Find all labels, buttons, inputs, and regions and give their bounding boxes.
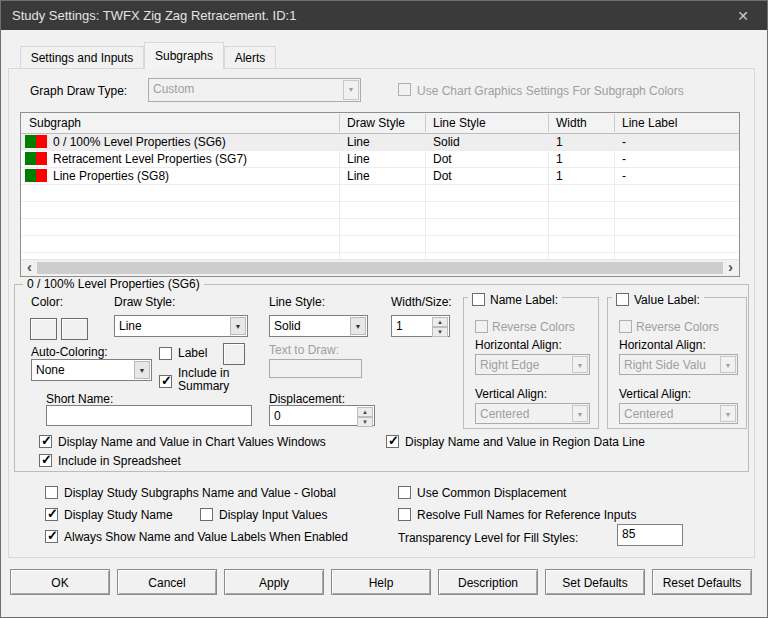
width-size-stepper[interactable]: 1 ▲▼ <box>391 315 450 337</box>
down-color-swatch-button[interactable] <box>61 318 88 340</box>
chevron-down-icon[interactable]: ▼ <box>230 317 246 335</box>
sg6-properties-group: 0 / 100% Level Properties (SG6) Color: D… <box>14 284 749 472</box>
table-row[interactable]: Retracement Level Properties (SG7)LineDo… <box>21 151 739 168</box>
cell: Retracement Level Properties (SG7) <box>53 152 247 166</box>
chevron-down-icon[interactable]: ▼ <box>134 361 150 379</box>
display-chart-values-label: Display Name and Value in Chart Values W… <box>58 435 326 449</box>
value-reverse-colors-label: Reverse Colors <box>636 320 719 334</box>
name-label-checkbox[interactable] <box>472 293 485 306</box>
cell: Line Properties (SG8) <box>53 169 169 183</box>
cell: 1 <box>556 152 563 166</box>
apply-button[interactable]: Apply <box>224 569 324 595</box>
value-reverse-colors-checkbox <box>619 320 632 333</box>
always-show-labels-checkbox[interactable] <box>45 530 58 543</box>
include-in-spreadsheet-label: Include in Spreadsheet <box>58 454 181 468</box>
cell: 1 <box>556 169 563 183</box>
spin-down-icon[interactable]: ▼ <box>432 327 448 337</box>
display-study-name-checkbox[interactable] <box>45 508 58 521</box>
column-header-draw-style[interactable]: Draw Style <box>347 116 405 130</box>
text-to-draw-input <box>269 359 362 378</box>
transparency-label: Transparency Level for Fill Styles: <box>398 531 578 545</box>
spin-up-icon[interactable]: ▲ <box>357 407 373 417</box>
color-label: Color: <box>31 295 63 309</box>
chevron-down-icon: ▼ <box>720 356 736 373</box>
displacement-stepper[interactable]: 0 ▲▼ <box>269 405 375 426</box>
study-settings-dialog: Study Settings: TWFX Zig Zag Retracement… <box>0 0 768 618</box>
spin-up-icon[interactable]: ▲ <box>432 317 448 327</box>
scroll-right-icon[interactable]: › <box>723 260 738 276</box>
chevron-down-icon: ▼ <box>343 80 359 100</box>
width-size-label: Width/Size: <box>391 295 452 309</box>
cell: - <box>622 169 626 183</box>
include-in-spreadsheet-checkbox[interactable] <box>39 454 52 467</box>
cell: Line <box>347 135 370 149</box>
subgraph-table-rows: 0 / 100% Level Properties (SG6)LineSolid… <box>21 134 739 259</box>
use-common-displacement-checkbox[interactable] <box>398 486 411 499</box>
table-row[interactable]: 0 / 100% Level Properties (SG6)LineSolid… <box>21 134 739 151</box>
column-divider <box>339 114 340 132</box>
scroll-left-icon[interactable]: ‹ <box>22 260 37 276</box>
tab-subgraphs[interactable]: Subgraphs <box>144 42 224 69</box>
table-row-empty <box>21 219 739 236</box>
line-style-select[interactable]: Solid ▼ <box>269 315 368 337</box>
display-subgraphs-global-label: Display Study Subgraphs Name and Value -… <box>64 486 336 500</box>
scrollbar-thumb[interactable] <box>37 262 723 274</box>
name-horizontal-align-label: Horizontal Align: <box>475 338 562 352</box>
set-defaults-button[interactable]: Set Defaults <box>545 569 645 595</box>
close-icon[interactable]: ✕ <box>731 6 755 26</box>
name-label-group: Name Label: Reverse Colors Horizontal Al… <box>463 297 599 429</box>
resolve-full-names-label: Resolve Full Names for Reference Inputs <box>417 508 636 522</box>
line-style-label: Line Style: <box>269 295 325 309</box>
table-row[interactable]: Line Properties (SG8)LineDot1- <box>21 168 739 185</box>
label-checkbox[interactable] <box>159 347 172 360</box>
column-header-width[interactable]: Width <box>556 116 587 130</box>
spin-down-icon[interactable]: ▼ <box>357 417 373 427</box>
tab-alerts[interactable]: Alerts <box>224 46 276 69</box>
column-header-line-style[interactable]: Line Style <box>433 116 486 130</box>
description-button[interactable]: Description <box>438 569 538 595</box>
short-name-label: Short Name: <box>46 392 113 406</box>
up-color-swatch-button[interactable] <box>30 318 57 340</box>
auto-coloring-label: Auto-Coloring: <box>31 345 108 359</box>
display-subgraphs-global-checkbox[interactable] <box>45 486 58 499</box>
short-name-input[interactable] <box>46 405 252 426</box>
subgraph-table-header: Subgraph Draw Style Line Style Width Lin… <box>21 113 739 134</box>
table-row-empty <box>21 185 739 202</box>
subgraph-color-swatch <box>25 169 47 182</box>
use-chart-graphics-label: Use Chart Graphics Settings For Subgraph… <box>417 84 684 98</box>
display-region-data-checkbox[interactable] <box>386 435 399 448</box>
subgraph-table: Subgraph Draw Style Line Style Width Lin… <box>20 112 740 277</box>
title-bar: Study Settings: TWFX Zig Zag Retracement… <box>1 1 767 30</box>
reset-defaults-button[interactable]: Reset Defaults <box>652 569 752 595</box>
value-label-checkbox[interactable] <box>616 293 629 306</box>
name-vertical-align-label: Vertical Align: <box>475 387 547 401</box>
cell: Line <box>347 169 370 183</box>
cell: - <box>622 135 626 149</box>
sg6-group-legend: 0 / 100% Level Properties (SG6) <box>23 277 204 291</box>
horizontal-scrollbar[interactable]: ‹ › <box>21 259 739 276</box>
label-color-swatch-button[interactable] <box>223 343 245 365</box>
draw-style-select[interactable]: Line ▼ <box>114 315 248 337</box>
draw-style-label: Draw Style: <box>114 295 175 309</box>
graph-draw-type-select: Custom ▼ <box>148 78 361 102</box>
help-button[interactable]: Help <box>331 569 431 595</box>
tab-settings-and-inputs[interactable]: Settings and Inputs <box>20 46 144 69</box>
transparency-input[interactable]: 85 <box>617 524 683 546</box>
display-chart-values-checkbox[interactable] <box>39 435 52 448</box>
display-input-values-checkbox[interactable] <box>200 508 213 521</box>
column-header-subgraph[interactable]: Subgraph <box>29 116 81 130</box>
resolve-full-names-checkbox[interactable] <box>398 508 411 521</box>
cancel-button[interactable]: Cancel <box>117 569 217 595</box>
column-header-line-label[interactable]: Line Label <box>622 116 677 130</box>
ok-button[interactable]: OK <box>10 569 110 595</box>
auto-coloring-select[interactable]: None ▼ <box>31 359 152 381</box>
include-in-summary-checkbox[interactable] <box>159 375 172 388</box>
value-label-group: Value Label: Reverse Colors Horizontal A… <box>607 297 747 429</box>
chevron-down-icon[interactable]: ▼ <box>350 317 366 335</box>
cell: Solid <box>433 135 460 149</box>
name-reverse-colors-checkbox <box>475 320 488 333</box>
display-input-values-label: Display Input Values <box>219 508 328 522</box>
value-label-legend: Value Label: <box>612 290 704 305</box>
column-divider <box>425 114 426 132</box>
always-show-labels-label: Always Show Name and Value Labels When E… <box>64 530 348 544</box>
